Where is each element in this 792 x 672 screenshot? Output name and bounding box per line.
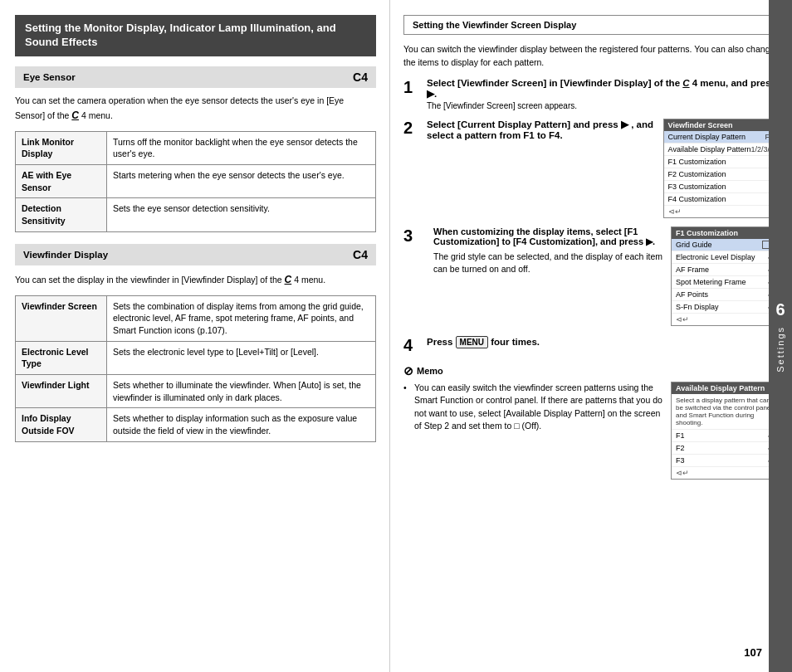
screen-row: F1✓ <box>672 430 778 442</box>
screen-row-label: F1 <box>676 431 685 440</box>
screen-row: F2✓ <box>672 442 778 455</box>
screen-row-label: F4 Customization <box>668 195 726 203</box>
screen-back: ⊲↵ <box>672 467 778 479</box>
vf-body2: 4 menu. <box>294 275 325 285</box>
row-desc: Sets whether to display information such… <box>107 408 376 441</box>
step-1-content: Select [Viewfinder Screen] in [Viewfinde… <box>427 78 779 110</box>
row-label: Info Display Outside FOV <box>16 408 107 441</box>
step-1-num: 1 <box>403 78 422 96</box>
step-4-content: Press MENU four times. <box>427 336 779 348</box>
step-1-note: The [Viewfinder Screen] screen appears. <box>427 101 779 110</box>
viewfinder-display-table: Viewfinder ScreenSets the combination of… <box>15 295 376 442</box>
step-2-arrow: ▶ <box>621 119 628 129</box>
screen-row: AF Points✓ <box>672 289 778 301</box>
memo-screen: Available Display PatternSelect a displa… <box>671 382 779 480</box>
vf-body-text: You can set the display in the viewfinde… <box>15 275 282 285</box>
eye-sensor-body2: 4 menu. <box>81 110 113 120</box>
screen-row: Current Display PatternF1 <box>664 131 778 144</box>
row-desc: Sets the eye sensor detection sensitivit… <box>107 198 376 231</box>
right-title-box: Setting the Viewfinder Screen Display <box>403 15 779 35</box>
step-2-text-span: Select [Current Display Pattern] and pre… <box>427 119 618 129</box>
screen-row: Spot Metering Frame✓ <box>672 276 778 289</box>
memo-bullet-sym: • <box>403 382 410 394</box>
screen-row: AF Frame✓ <box>672 264 778 276</box>
row-desc: Sets whether to illuminate the viewfinde… <box>107 375 376 408</box>
viewfinder-display-header: Viewfinder Display C4 <box>15 244 376 265</box>
step-4-num: 4 <box>403 336 422 354</box>
viewfinder-cmenu-label: C4 <box>353 248 368 261</box>
screen-row: Electronic Level Display✓ <box>672 251 778 264</box>
step-3-screen: F1 CustomizationGrid GuideElectronic Lev… <box>671 226 779 327</box>
table-row: AE with Eye SensorStarts metering when t… <box>16 164 376 197</box>
screen-row: F1 Customization≡ <box>664 156 778 168</box>
step-3-text: When customizing the display items, sele… <box>433 226 664 275</box>
section-header: Setting the Monitor Display, Indicator L… <box>15 15 376 56</box>
table-row: Viewfinder LightSets whether to illumina… <box>16 375 376 408</box>
screen-row-label: F2 Customization <box>668 170 726 178</box>
viewfinder-display-cmenu: C4 <box>353 248 368 261</box>
step-2-screen: Viewfinder ScreenCurrent Display Pattern… <box>663 119 779 218</box>
left-panel: Setting the Monitor Display, Indicator L… <box>0 0 390 672</box>
memo-section: ⊘ Memo • You can easily switch the viewf… <box>403 364 779 480</box>
section-title: Setting the Monitor Display, Indicator L… <box>25 22 336 48</box>
eye-sensor-cmenu: C4 <box>353 71 368 84</box>
right-intro-text: You can switch the viewfinder display be… <box>403 44 775 67</box>
row-label: Viewfinder Screen <box>16 295 107 341</box>
side-tab: 6 Settings <box>769 0 792 672</box>
eye-sensor-body-text: You can set the camera operation when th… <box>15 95 344 120</box>
table-row: Info Display Outside FOVSets whether to … <box>16 408 376 441</box>
step-1-text: Select [Viewfinder Screen] in [Viewfinde… <box>427 78 776 99</box>
step-2-layout: Select [Current Display Pattern] and pre… <box>427 119 779 218</box>
right-title: Setting the Viewfinder Screen Display <box>413 20 576 30</box>
table-row: Electronic Level TypeSets the electronic… <box>16 341 376 374</box>
row-label: AE with Eye Sensor <box>16 164 107 197</box>
step-1-text-span: Select [Viewfinder Screen] in [Viewfinde… <box>427 78 680 88</box>
screen-row: F3✓ <box>672 455 778 467</box>
screen-title: F1 Customization <box>672 227 778 239</box>
step-4: 4 Press MENU four times. <box>403 336 779 354</box>
row-desc: Starts metering when the eye sensor dete… <box>107 164 376 197</box>
step-2-bold: Select [Current Display Pattern] and pre… <box>427 119 653 140</box>
screen-row: Grid Guide <box>672 239 778 252</box>
screen-row-label: F1 Customization <box>668 158 726 166</box>
screen-row-label: F2 <box>676 444 685 452</box>
step-4-text: Press <box>427 337 452 347</box>
screen-row-label: Spot Metering Frame <box>676 278 746 286</box>
side-tab-number: 6 <box>775 300 785 319</box>
row-desc: Sets the combination of display items fr… <box>107 295 376 341</box>
memo-bullet-text: You can easily switch the viewfinder scr… <box>414 382 662 432</box>
page-number: 107 <box>744 646 762 659</box>
screen-row: F3 Customization≡ <box>664 181 778 193</box>
step-2-content: Select [Current Display Pattern] and pre… <box>427 119 779 218</box>
row-label: Link Monitor Display <box>16 131 107 164</box>
row-desc: Sets the electronic level type to [Level… <box>107 341 376 374</box>
step-2-text: Select [Current Display Pattern] and pre… <box>427 119 655 140</box>
screen-back: ⊲↵ <box>664 206 778 217</box>
eye-sensor-body: You can set the camera operation when th… <box>15 95 376 123</box>
eye-sensor-cmenu-label: C4 <box>353 71 368 84</box>
memo-title-text: Memo <box>417 366 443 376</box>
screen-row: S-Fn Display✓ <box>672 301 778 314</box>
step-3-note: The grid style can be selected, and the … <box>433 251 664 275</box>
viewfinder-display-title: Viewfinder Display <box>23 250 108 260</box>
screen-desc: Select a display pattern that can be swi… <box>672 394 778 430</box>
screen-row: Available Display Pattern1/2/3/4 <box>664 144 778 156</box>
right-intro: You can switch the viewfinder display be… <box>403 43 779 70</box>
memo-title: ⊘ Memo <box>403 364 779 377</box>
table-row: Viewfinder ScreenSets the combination of… <box>16 295 376 341</box>
memo-bullet: • You can easily switch the viewfinder s… <box>403 382 662 432</box>
step-1: 1 Select [Viewfinder Screen] in [Viewfin… <box>403 78 779 110</box>
screen-row-label: F3 <box>676 456 685 465</box>
row-desc: Turns off the monitor backlight when the… <box>107 131 376 164</box>
right-panel: Setting the Viewfinder Screen Display Yo… <box>390 0 792 672</box>
step-4-bold: Press MENU four times. <box>427 337 540 347</box>
viewfinder-display-body: You can set the display in the viewfinde… <box>15 272 376 287</box>
screen-row-label: AF Points <box>676 290 708 299</box>
row-label: Electronic Level Type <box>16 341 107 374</box>
screen-row-label: AF Frame <box>676 265 709 274</box>
screen-row-label: Electronic Level Display <box>676 253 755 261</box>
step-3-arrow: ▶ <box>646 236 653 246</box>
step-1-clogo: C <box>682 78 689 88</box>
screen-row-label: F3 Customization <box>668 183 726 191</box>
menu-key: MENU <box>456 336 488 348</box>
